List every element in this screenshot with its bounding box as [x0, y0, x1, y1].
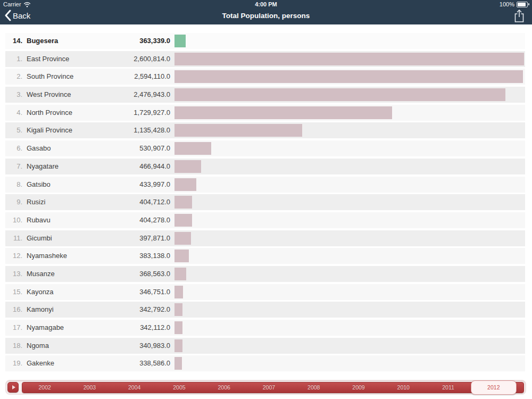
value-bar [174, 232, 191, 245]
value-bar [174, 88, 505, 101]
value-bar [174, 268, 186, 280]
value-label: 2,600,814.0 [85, 51, 170, 67]
value-bar [174, 357, 182, 370]
value-bar [174, 250, 189, 262]
rank-label: 14. [5, 33, 22, 49]
value-label: 1,135,428.0 [85, 122, 170, 138]
rank-label: 9. [5, 194, 22, 210]
value-label: 342,112.0 [85, 320, 170, 336]
list-item[interactable]: 19.Gakenke338,586.0 [5, 355, 525, 371]
rank-label: 2. [5, 69, 22, 85]
battery-percent-label: 100% [500, 1, 514, 7]
value-label: 2,594,110.0 [85, 69, 170, 85]
list-item[interactable]: 12.Nyamasheke383,138.0 [5, 248, 525, 264]
region-name: Gasabo [27, 140, 51, 156]
list-item[interactable]: 17.Nyamagabe342,112.0 [5, 320, 525, 336]
rank-label: 10. [5, 212, 22, 228]
chevron-left-icon [4, 10, 11, 21]
play-button[interactable] [7, 382, 19, 393]
page-title: Total Population, persons [106, 12, 426, 20]
rank-label: 8. [5, 177, 22, 193]
year-item[interactable]: 2008 [292, 383, 336, 393]
list-item[interactable]: 4.North Province1,729,927.0 [5, 105, 525, 121]
year-item[interactable]: 2006 [202, 383, 246, 393]
year-track: 2002200320042005200620072008200920102011… [22, 382, 524, 393]
region-name: Gatsibo [27, 177, 51, 193]
rank-label: 16. [5, 302, 22, 318]
value-label: 383,138.0 [85, 248, 170, 264]
share-button[interactable] [513, 9, 525, 23]
rank-label: 19. [5, 355, 22, 371]
share-icon [513, 9, 525, 23]
region-name: Rubavu [27, 212, 51, 228]
rank-label: 13. [5, 266, 22, 282]
year-item[interactable]: 2009 [336, 383, 381, 393]
region-name: Kamonyi [27, 302, 54, 318]
year-item[interactable]: 2004 [112, 383, 157, 393]
ranking-list: 14.Bugesera363,339.01.East Province2,600… [5, 33, 525, 373]
back-button-label: Back [13, 11, 30, 20]
list-item[interactable]: 14.Bugesera363,339.0 [5, 33, 525, 49]
list-item[interactable]: 13.Musanze368,563.0 [5, 266, 525, 282]
rank-label: 1. [5, 51, 22, 67]
value-label: 2,476,943.0 [85, 87, 170, 103]
value-label: 466,944.0 [85, 159, 170, 174]
list-item[interactable]: 2.South Province2,594,110.0 [5, 69, 525, 85]
rank-label: 17. [5, 320, 22, 336]
rank-label: 7. [5, 159, 22, 174]
value-bar [174, 178, 196, 191]
region-name: West Province [27, 87, 71, 103]
value-label: 363,339.0 [85, 33, 170, 49]
region-name: Kayonza [27, 284, 54, 300]
list-item[interactable]: 18.Ngoma340,983.0 [5, 338, 525, 354]
year-timeline: 2002200320042005200620072008200920102011… [5, 380, 526, 395]
value-bar [174, 142, 211, 155]
rank-label: 11. [5, 230, 22, 246]
year-item[interactable]: 2005 [157, 383, 202, 393]
value-label: 404,278.0 [85, 212, 170, 228]
rank-label: 4. [5, 105, 22, 121]
region-name: East Province [27, 51, 69, 67]
year-item[interactable]: 2003 [67, 383, 112, 393]
value-label: 530,907.0 [85, 140, 170, 156]
value-bar [174, 214, 192, 227]
year-item[interactable]: 2007 [246, 383, 291, 393]
year-item[interactable]: 2002 [22, 383, 67, 393]
region-name: Ngoma [27, 338, 49, 354]
list-item[interactable]: 1.East Province2,600,814.0 [5, 51, 525, 67]
rank-label: 18. [5, 338, 22, 354]
year-item[interactable]: 2010 [381, 383, 426, 393]
value-label: 346,751.0 [85, 284, 170, 300]
list-item[interactable]: 11.Gicumbi397,871.0 [5, 230, 525, 246]
list-item[interactable]: 9.Rusizi404,712.0 [5, 194, 525, 210]
navigation-bar: Carrier 4:00 PM 100% Back Total Po [0, 0, 532, 24]
value-bar [174, 321, 182, 334]
year-item-selected[interactable]: 2012 [471, 380, 517, 395]
list-item[interactable]: 16.Kamonyi342,792.0 [5, 302, 525, 318]
back-button[interactable]: Back [4, 10, 30, 21]
region-name: Nyagatare [27, 159, 59, 174]
list-item[interactable]: 6.Gasabo530,907.0 [5, 140, 525, 156]
list-item[interactable]: 3.West Province2,476,943.0 [5, 87, 525, 103]
value-label: 338,586.0 [85, 355, 170, 371]
year-item[interactable]: 2011 [426, 383, 470, 393]
rank-label: 3. [5, 87, 22, 103]
region-name: Nyamasheke [27, 248, 67, 264]
region-name: Kigali Province [27, 122, 72, 138]
clock-label: 4:00 PM [0, 1, 532, 7]
value-bar [174, 106, 392, 119]
value-bar [174, 70, 523, 83]
list-item[interactable]: 7.Nyagatare466,944.0 [5, 159, 525, 174]
region-name: Gakenke [27, 355, 54, 371]
value-bar [174, 53, 524, 65]
value-bar [174, 196, 192, 209]
list-item[interactable]: 10.Rubavu404,278.0 [5, 212, 525, 228]
play-icon [12, 385, 15, 389]
value-bar [174, 286, 183, 298]
value-label: 342,792.0 [85, 302, 170, 318]
list-item[interactable]: 5.Kigali Province1,135,428.0 [5, 122, 525, 138]
region-name: Nyamagabe [27, 320, 64, 336]
list-item[interactable]: 8.Gatsibo433,997.0 [5, 177, 525, 193]
list-item[interactable]: 15.Kayonza346,751.0 [5, 284, 525, 300]
battery-icon [517, 2, 528, 7]
